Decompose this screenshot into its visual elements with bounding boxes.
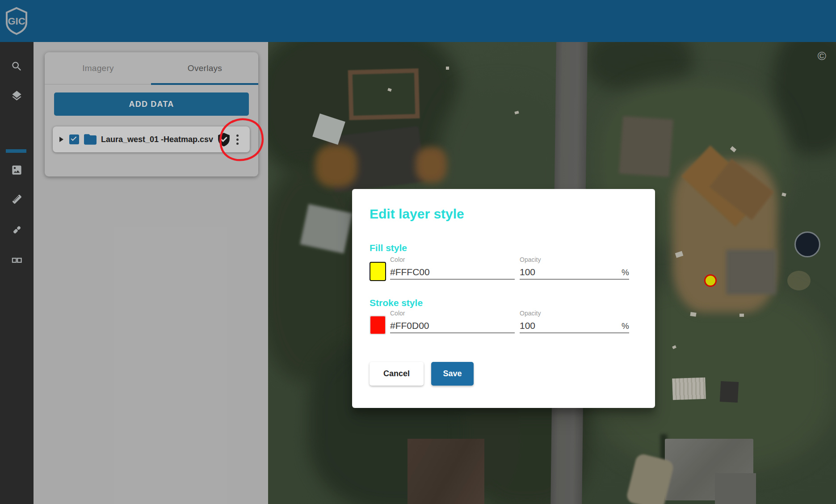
fill-color-swatch[interactable] — [370, 262, 386, 281]
fill-opacity-field: Opacity 100 % — [520, 256, 629, 280]
stroke-color-field: Color #FF0D00 — [390, 310, 515, 333]
fill-color-input[interactable]: #FFFC00 — [390, 265, 515, 280]
fill-color-value: #FFFC00 — [390, 267, 430, 279]
stroke-opacity-field: Opacity 100 % — [520, 310, 629, 333]
fill-opacity-unit: % — [622, 268, 629, 279]
stroke-color-input[interactable]: #FF0D00 — [390, 319, 515, 333]
dialog-buttons: Cancel Save — [370, 362, 474, 386]
fill-style-heading: Fill style — [370, 243, 407, 253]
stroke-opacity-label: Opacity — [520, 310, 629, 317]
fill-opacity-value: 100 — [520, 267, 535, 279]
fill-opacity-label: Opacity — [520, 256, 629, 263]
stroke-color-label: Color — [390, 310, 515, 317]
stroke-color-value: #FF0D00 — [390, 320, 429, 332]
stroke-opacity-input[interactable]: 100 % — [520, 319, 629, 333]
dialog-title: Edit layer style — [370, 206, 464, 222]
cancel-button[interactable]: Cancel — [370, 362, 424, 386]
stroke-opacity-unit: % — [622, 321, 629, 332]
fill-color-field: Color #FFFC00 — [390, 256, 515, 280]
fill-opacity-input[interactable]: 100 % — [520, 265, 629, 280]
stroke-color-swatch[interactable] — [370, 315, 386, 335]
fill-color-label: Color — [390, 256, 515, 263]
stroke-style-row: Color #FF0D00 Opacity 100 % — [370, 310, 629, 337]
edit-layer-style-dialog: Edit layer style Fill style Color #FFFC0… — [352, 189, 655, 408]
stroke-style-heading: Stroke style — [370, 298, 423, 308]
save-button[interactable]: Save — [431, 362, 474, 386]
stroke-opacity-value: 100 — [520, 320, 535, 332]
app-root: { "app": { "logo_text": "GIC" }, "sideba… — [0, 0, 836, 504]
fill-style-row: Color #FFFC00 Opacity 100 % — [370, 256, 629, 284]
